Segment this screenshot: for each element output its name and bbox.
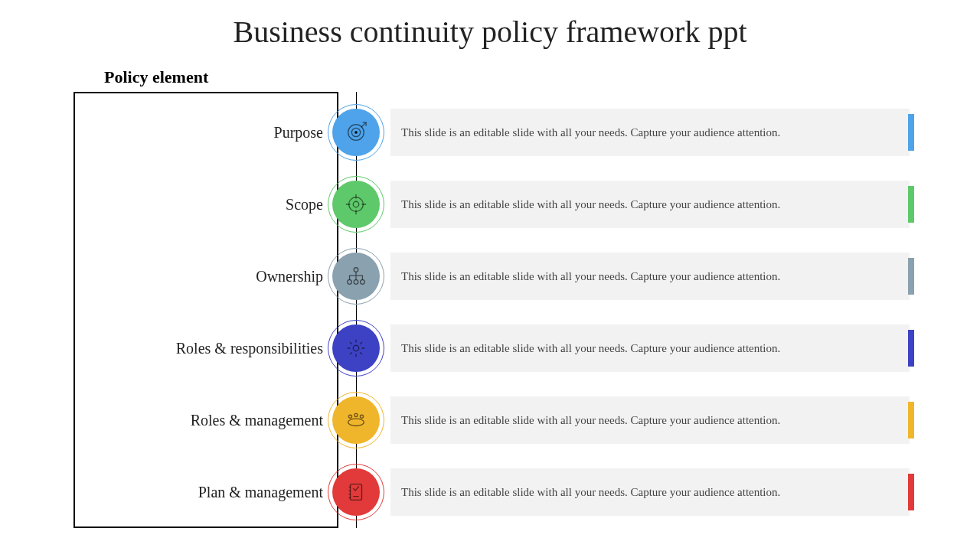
icon-wrap — [332, 181, 380, 228]
row-desc: This slide is an editable slide with all… — [390, 253, 910, 300]
svg-point-11 — [348, 415, 351, 418]
plan-book-icon — [332, 468, 380, 516]
end-bar — [908, 114, 914, 151]
svg-rect-14 — [351, 484, 362, 500]
row-label: Ownership — [256, 268, 323, 285]
icon-wrap — [332, 324, 380, 372]
slide-subtitle: Policy element — [104, 67, 208, 87]
end-bar — [908, 402, 914, 439]
end-bar — [908, 186, 914, 223]
meeting-icon — [332, 396, 380, 444]
svg-point-7 — [354, 280, 358, 285]
row-desc: This slide is an editable slide with all… — [390, 468, 910, 516]
row-label: Scope — [286, 196, 323, 214]
gear-icon — [332, 324, 380, 372]
row-roles-responsibilities: Roles & responsibilities This slide is a… — [0, 321, 980, 375]
svg-point-2 — [355, 132, 358, 134]
icon-wrap — [332, 253, 380, 300]
row-scope: Scope This slide is an editable slide wi… — [0, 178, 980, 231]
icon-wrap — [332, 468, 380, 516]
end-bar — [908, 330, 914, 367]
svg-point-6 — [348, 280, 352, 285]
row-desc: This slide is an editable slide with all… — [390, 109, 910, 156]
svg-point-9 — [353, 345, 359, 351]
target-arrow-icon — [332, 109, 380, 156]
icon-wrap — [332, 396, 380, 444]
row-roles-management: Roles & management This slide is an edit… — [0, 393, 980, 447]
row-label: Purpose — [274, 124, 323, 142]
row-label: Plan & management — [198, 484, 323, 501]
end-bar — [908, 258, 914, 295]
slide: Business continuity policy framework ppt… — [0, 0, 980, 551]
svg-point-4 — [353, 201, 359, 207]
crosshair-icon — [332, 181, 380, 228]
svg-point-10 — [348, 419, 364, 425]
row-label: Roles & responsibilities — [176, 340, 323, 357]
row-purpose: Purpose This slide is an editable slide … — [0, 106, 980, 159]
row-plan-management: Plan & management This slide is an edita… — [0, 465, 980, 519]
svg-point-12 — [354, 413, 358, 416]
svg-point-13 — [360, 415, 363, 418]
slide-title: Business continuity policy framework ppt — [0, 14, 980, 50]
row-desc: This slide is an editable slide with all… — [390, 181, 910, 228]
row-label: Roles & management — [191, 412, 323, 429]
end-bar — [908, 474, 914, 510]
svg-point-3 — [349, 197, 364, 212]
svg-point-8 — [361, 280, 365, 285]
svg-point-5 — [354, 268, 358, 272]
org-chart-icon — [332, 253, 380, 300]
icon-wrap — [332, 109, 380, 156]
row-desc: This slide is an editable slide with all… — [390, 396, 910, 444]
row-desc: This slide is an editable slide with all… — [390, 324, 910, 372]
row-ownership: Ownership This slide is an editable slid… — [0, 249, 980, 303]
